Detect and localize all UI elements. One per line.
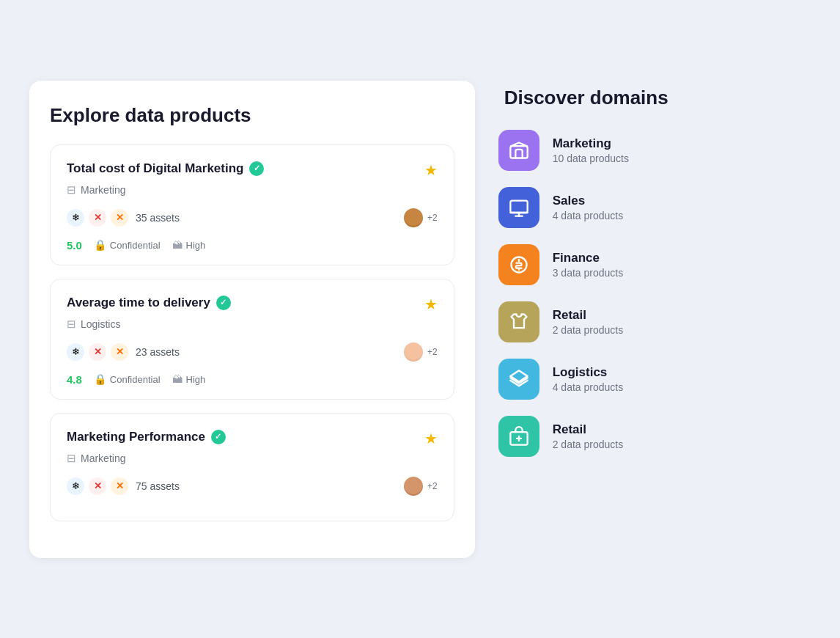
card-domain-1: ⊟ Marketing [67, 183, 438, 197]
gauge-icon-1: 🏔 [172, 239, 183, 251]
lock-icon-1: 🔒 [94, 239, 106, 251]
domain-icon-box-sales [498, 187, 539, 228]
domain-name-sales: Sales [553, 194, 624, 208]
product-card-2: Average time to delivery ★ ⊟ Logistics ❄… [50, 279, 454, 400]
x-orange-icon-1: ✕ [111, 209, 128, 227]
x-orange-icon-3: ✕ [111, 477, 128, 495]
domain-count-retail-1: 2 data products [553, 324, 624, 336]
assets-count-3: 75 assets [136, 480, 180, 492]
card-title-row-2: Average time to delivery [67, 296, 231, 310]
card-title-row-1: Total cost of Digital Marketing [67, 161, 264, 176]
domain-info-retail-2: Retail 2 data products [553, 422, 624, 450]
domain-item-retail-2[interactable]: Retail 2 data products [498, 416, 811, 457]
meta-confidentiality-2: 🔒 Confidential [94, 373, 161, 385]
domain-count-marketing: 10 data products [553, 153, 629, 164]
store-icon [509, 140, 529, 161]
star-button-3[interactable]: ★ [424, 430, 438, 447]
svg-rect-0 [510, 146, 527, 158]
domain-icon-box-retail-2 [498, 416, 539, 457]
avatar-group-1: +2 [402, 207, 438, 229]
card-domain-3: ⊟ Marketing [67, 452, 438, 465]
x-red-icon-3: ✕ [89, 477, 106, 495]
card-assets-row-1: ❄ ✕ ✕ 35 assets +2 [67, 207, 438, 229]
main-container: Explore data products Total cost of Digi… [0, 51, 840, 587]
verified-icon-2 [216, 296, 231, 310]
domain-db-icon-3: ⊟ [67, 452, 76, 465]
explore-title: Explore data products [50, 104, 454, 127]
snowflake-icon-3: ❄ [67, 477, 84, 495]
avatar-count-1: +2 [427, 213, 438, 223]
domain-item-finance[interactable]: Finance 3 data products [498, 244, 811, 285]
domain-name-retail-1: Retail [553, 308, 624, 323]
meta-sensitivity-1: 🏔 High [172, 239, 206, 251]
domain-info-retail-1: Retail 2 data products [553, 308, 624, 336]
domain-layers-icon-2: ⊟ [67, 318, 76, 331]
domain-info-logistics: Logistics 4 data products [553, 365, 624, 393]
laptop-icon [509, 197, 529, 218]
x-red-icon-1: ✕ [89, 209, 106, 227]
product-card-1: Total cost of Digital Marketing ★ ⊟ Mark… [50, 144, 454, 265]
card-assets-row-2: ❄ ✕ ✕ 23 assets +2 [67, 341, 438, 363]
product-card-3: Marketing Performance ★ ⊟ Marketing ❄ ✕ … [50, 413, 454, 521]
avatar-3-1 [402, 475, 424, 497]
card-meta-row-2: 4.8 🔒 Confidential 🏔 High [67, 373, 438, 386]
card-meta-row-1: 5.0 🔒 Confidential 🏔 High [67, 239, 438, 252]
domain-item-logistics[interactable]: Logistics 4 data products [498, 359, 811, 400]
snowflake-icon-2: ❄ [67, 343, 84, 361]
domain-icon-box-retail-1 [498, 301, 539, 342]
domain-count-logistics: 4 data products [553, 381, 624, 393]
card-assets-row-3: ❄ ✕ ✕ 75 assets +2 [67, 475, 438, 497]
card-header-2: Average time to delivery ★ [67, 296, 438, 313]
assets-count-2: 23 assets [136, 346, 180, 358]
avatar-group-3: +2 [402, 475, 438, 497]
domain-count-retail-2: 2 data products [553, 439, 624, 450]
domain-name-logistics: Logistics [553, 365, 624, 380]
explore-panel: Explore data products Total cost of Digi… [29, 81, 475, 558]
star-button-1[interactable]: ★ [424, 161, 438, 179]
domain-item-retail-1[interactable]: Retail 2 data products [498, 301, 811, 342]
avatar-count-2: +2 [427, 347, 438, 357]
card-title-2: Average time to delivery [67, 296, 210, 310]
domain-db-icon-1: ⊟ [67, 183, 76, 197]
layers-icon [509, 369, 529, 389]
domain-name-retail-2: Retail [553, 422, 624, 437]
avatar-count-3: +2 [427, 481, 438, 491]
domain-info-marketing: Marketing 10 data products [553, 136, 629, 164]
card-title-3: Marketing Performance [67, 430, 205, 444]
domain-info-sales: Sales 4 data products [553, 194, 624, 221]
domain-count-sales: 4 data products [553, 210, 624, 221]
avatar-1-1 [402, 207, 424, 229]
avatar-group-2: +2 [402, 341, 438, 363]
dollar-icon [509, 254, 529, 275]
svg-rect-1 [510, 200, 527, 212]
domain-label-1: Marketing [81, 184, 125, 196]
verified-icon-1 [249, 161, 264, 176]
meta-confidentiality-1: 🔒 Confidential [94, 239, 161, 251]
meta-score-1: 5.0 [67, 239, 82, 252]
domain-name-marketing: Marketing [553, 136, 629, 151]
bag-icon [509, 426, 529, 447]
card-title-row-3: Marketing Performance [67, 430, 226, 444]
domain-item-sales[interactable]: Sales 4 data products [498, 187, 811, 228]
star-button-2[interactable]: ★ [424, 296, 438, 313]
meta-score-2: 4.8 [67, 373, 82, 386]
domain-info-finance: Finance 3 data products [553, 251, 624, 279]
lock-icon-2: 🔒 [94, 373, 106, 385]
discover-panel: Discover domains Marketing 10 data produ… [493, 81, 811, 558]
card-domain-2: ⊟ Logistics [67, 318, 438, 331]
gauge-icon-2: 🏔 [172, 373, 183, 385]
domain-label-3: Marketing [81, 452, 125, 464]
snowflake-icon-1: ❄ [67, 209, 84, 227]
domain-count-finance: 3 data products [553, 267, 624, 279]
card-header-1: Total cost of Digital Marketing ★ [67, 161, 438, 179]
verified-icon-3 [211, 430, 226, 444]
shirt-icon [509, 312, 529, 332]
assets-count-1: 35 assets [136, 212, 180, 224]
domain-item-marketing[interactable]: Marketing 10 data products [498, 130, 811, 171]
avatar-2-1 [402, 341, 424, 363]
domain-label-2: Logistics [81, 318, 120, 330]
card-title-1: Total cost of Digital Marketing [67, 161, 243, 176]
asset-icons-1: ❄ ✕ ✕ 35 assets [67, 209, 180, 227]
domain-icon-box-marketing [498, 130, 539, 171]
domain-name-finance: Finance [553, 251, 624, 265]
